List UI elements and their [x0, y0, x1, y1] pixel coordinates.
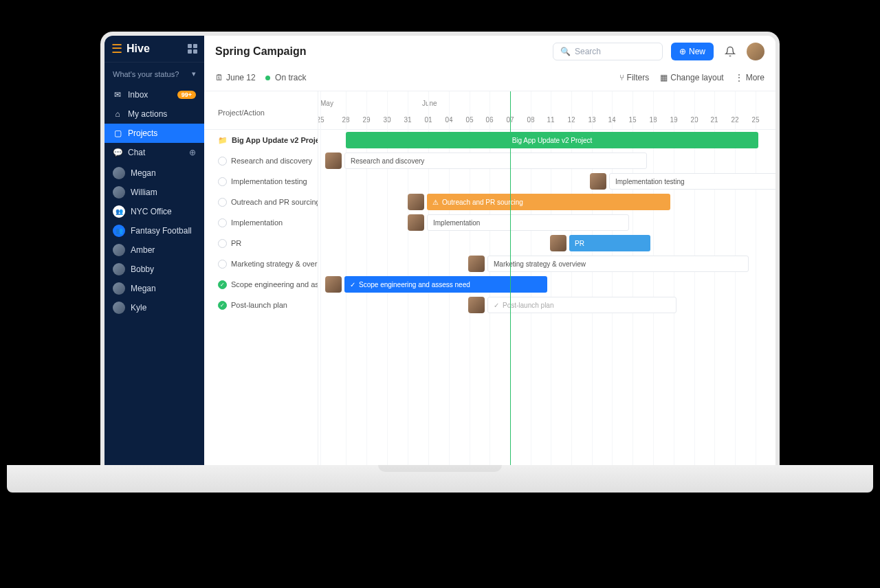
sidebar-person[interactable]: 👥Fantasy Football [104, 221, 204, 240]
row-text: Post-launch plan [231, 301, 287, 309]
avatar-icon [113, 244, 125, 256]
app-window: ☰ Hive What's your status? ▾ ✉Inbox99+⌂M… [104, 36, 776, 465]
nav-icon: ▢ [113, 128, 122, 138]
check-icon[interactable] [218, 177, 227, 186]
gantt-body: Big App Update v2 ProjectResearch and di… [318, 130, 776, 465]
gantt-row-label[interactable]: PR [204, 233, 318, 253]
bar-label: Implementation testing [615, 178, 685, 185]
today-line [510, 91, 511, 465]
avatar-icon: 👥 [113, 205, 125, 218]
status-text: What's your status? [113, 70, 179, 78]
sidebar-person[interactable]: Amber [104, 240, 204, 260]
gantt-row-label[interactable]: 📁Big App Update v2 Project [204, 130, 318, 150]
plus-icon[interactable]: ⊕ [189, 148, 196, 157]
sidebar-item-chat[interactable]: 💬Chat⊕ [104, 143, 204, 162]
date-display[interactable]: 🗓 June 12 [215, 73, 256, 82]
bar-label: PR [575, 240, 584, 247]
gantt-bar[interactable]: Big App Update v2 Project [346, 132, 758, 148]
change-layout-button[interactable]: ▦ Change layout [660, 73, 723, 82]
bar-label: Scope engineering and assess need [359, 281, 470, 289]
sidebar-person[interactable]: Bobby [104, 260, 204, 279]
task-bar[interactable]: Implementation testing [609, 173, 776, 190]
task-bar[interactable]: ⚠Outreach and PR sourcing [427, 194, 670, 210]
check-icon[interactable]: ✓ [218, 280, 227, 289]
bar-label: Research and discovery [351, 157, 424, 165]
notifications-icon[interactable] [722, 43, 738, 60]
gantt-row-label[interactable]: Implementation testing [204, 171, 318, 192]
bar-label: Implementation [433, 219, 480, 227]
row-text: Big App Update v2 Project [232, 136, 318, 144]
bar-label: Big App Update v2 Project [512, 137, 593, 144]
task-bar[interactable]: Big App Update v2 Project [346, 132, 758, 148]
apps-grid-icon[interactable] [188, 44, 197, 54]
warning-icon: ⚠ [432, 199, 439, 206]
task-bar[interactable]: ✓Scope engineering and assess need [344, 276, 547, 293]
status-indicator: On track [265, 73, 307, 82]
person-name: Megan [131, 284, 156, 293]
nav-icon: 💬 [113, 148, 122, 157]
calendar-icon: 🗓 [215, 73, 223, 82]
person-name: Bobby [131, 264, 154, 274]
gantt-row-label[interactable]: Outreach and PR sourcing [204, 192, 318, 212]
person-name: Kyle [131, 303, 146, 313]
gridline [320, 91, 321, 465]
gantt-row-label[interactable]: Marketing strategy & over [204, 253, 318, 274]
gantt-bar[interactable]: Implementation [408, 214, 629, 231]
row-text: Scope engineering and as [231, 280, 318, 289]
date-value: June 12 [226, 73, 256, 82]
gantt-bar[interactable]: ⚠Outreach and PR sourcing [408, 194, 670, 210]
sidebar-item-projects[interactable]: ▢Projects [104, 124, 204, 143]
month-label: June [422, 100, 437, 107]
user-avatar[interactable] [747, 43, 764, 60]
task-bar[interactable]: PR [569, 235, 650, 251]
gantt-row-label[interactable]: Research and discovery [204, 150, 318, 171]
search-icon: 🔍 [560, 47, 571, 56]
check-icon[interactable] [218, 157, 227, 166]
gantt-bar[interactable]: Research and discovery [325, 152, 647, 169]
status-prompt[interactable]: What's your status? ▾ [104, 63, 204, 85]
sidebar-person[interactable]: William [104, 183, 204, 202]
check-icon[interactable] [218, 218, 227, 227]
gantt-bar[interactable]: ✓Scope engineering and assess need [325, 276, 547, 293]
filters-button[interactable]: ⑂ Filters [619, 73, 650, 82]
assignee-avatar [325, 276, 342, 293]
sidebar-item-inbox[interactable]: ✉Inbox99+ [104, 85, 204, 104]
row-text: Marketing strategy & over [231, 260, 317, 268]
filter-icon: ⑂ [619, 73, 624, 82]
chevron-down-icon: ▾ [192, 69, 196, 78]
gantt-row-label[interactable]: Implementation [204, 212, 318, 233]
gantt-row-label[interactable]: ✓Post-launch plan [204, 295, 318, 315]
nav-label: Projects [128, 128, 157, 138]
task-bar[interactable]: Marketing strategy & overview [487, 256, 749, 272]
sidebar-item-my-actions[interactable]: ⌂My actions [104, 104, 204, 124]
gantt-bar[interactable]: ✓Post-launch plan [468, 297, 676, 313]
gantt-bar[interactable]: Implementation testing [590, 173, 776, 190]
check-icon[interactable] [218, 198, 227, 207]
gantt-bar[interactable]: PR [550, 235, 650, 251]
task-bar[interactable]: Implementation [427, 214, 629, 231]
layout-label: Change layout [670, 73, 723, 82]
check-icon[interactable]: ✓ [218, 301, 227, 310]
sidebar-person[interactable]: Megan [104, 163, 204, 183]
new-button[interactable]: ⊕ New [671, 43, 714, 60]
sidebar-person[interactable]: 👥NYC Office [104, 202, 204, 221]
gantt-row-label[interactable]: ✓Scope engineering and as [204, 274, 318, 295]
avatar-icon: 👥 [113, 225, 125, 237]
task-bar[interactable]: Research and discovery [344, 152, 647, 169]
more-button[interactable]: ⋮ More [735, 73, 764, 82]
sidebar-person[interactable]: Megan [104, 279, 204, 298]
assignee-avatar [550, 235, 566, 251]
search-input[interactable]: 🔍 Search [553, 43, 663, 60]
gantt-timeline[interactable]: MayJune252829303101040506070811121314151… [318, 91, 776, 465]
logo[interactable]: ☰ Hive [111, 43, 188, 55]
check-icon[interactable] [218, 260, 227, 269]
task-bar[interactable]: ✓Post-launch plan [487, 297, 676, 313]
check-icon[interactable] [218, 239, 227, 248]
sidebar-person[interactable]: Kyle [104, 298, 204, 317]
row-text: Implementation [231, 218, 283, 227]
nav-label: My actions [128, 109, 167, 119]
new-label: New [689, 47, 705, 56]
assignee-avatar [325, 152, 342, 169]
check-icon: ✓ [350, 281, 355, 289]
subbar: 🗓 June 12 On track ⑂ Filters ▦ Change la… [204, 67, 776, 91]
